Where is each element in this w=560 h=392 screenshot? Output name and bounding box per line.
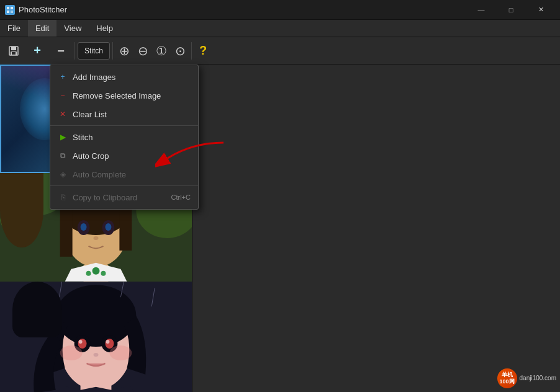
window-controls: — □ ✕ bbox=[467, 0, 555, 20]
clear-list-label: Clear List bbox=[73, 110, 107, 119]
title-bar-left: PhotoStitcher bbox=[5, 5, 67, 15]
svg-rect-1 bbox=[11, 7, 13, 9]
auto-crop-label: Auto Crop bbox=[73, 151, 109, 161]
watermark-url: danji100.com bbox=[520, 374, 556, 383]
svg-point-35 bbox=[106, 340, 109, 344]
svg-point-20 bbox=[94, 236, 99, 240]
menu-copy-clipboard[interactable]: ⎘ Copy to Clipboard Ctrl+C bbox=[50, 188, 198, 207]
add-images-label: Add Images bbox=[73, 73, 115, 82]
svg-point-29 bbox=[56, 285, 137, 347]
zoom-in-button[interactable]: ⊕ bbox=[115, 42, 133, 60]
stitch-button[interactable]: Stitch bbox=[78, 42, 110, 60]
menu-item-left: ▶ Stitch bbox=[58, 132, 93, 142]
toolbar: + − Stitch ⊕ ⊖ ① ⊙ ? bbox=[0, 37, 560, 65]
menu-view[interactable]: View bbox=[56, 20, 89, 37]
menu-item-left: ◈ Auto Complete bbox=[58, 169, 126, 179]
menu-edit[interactable]: Edit bbox=[28, 20, 56, 37]
svg-point-19 bbox=[105, 223, 111, 231]
help-button[interactable]: ? bbox=[194, 42, 212, 60]
add-icon: + bbox=[58, 72, 68, 82]
menu-remove-selected[interactable]: − Remove Selected Image bbox=[50, 86, 198, 105]
svg-point-34 bbox=[79, 340, 83, 344]
edit-dropdown-menu: + Add Images − Remove Selected Image ✕ C… bbox=[50, 65, 199, 210]
svg-rect-2 bbox=[7, 11, 9, 13]
menu-item-left: + Add Images bbox=[58, 72, 115, 82]
svg-point-33 bbox=[105, 339, 114, 349]
image-thumbnail bbox=[0, 282, 192, 392]
toolbar-separator-2 bbox=[112, 42, 113, 60]
close-button[interactable]: ✕ bbox=[526, 0, 555, 20]
svg-point-23 bbox=[86, 271, 91, 276]
minimize-button[interactable]: — bbox=[467, 0, 495, 20]
svg-point-18 bbox=[81, 223, 87, 231]
clear-icon: ✕ bbox=[58, 109, 68, 119]
svg-rect-14 bbox=[60, 207, 73, 257]
svg-rect-15 bbox=[119, 207, 132, 251]
svg-point-36 bbox=[94, 353, 99, 357]
image-item[interactable] bbox=[0, 282, 192, 392]
svg-point-32 bbox=[78, 339, 87, 349]
save-button[interactable] bbox=[2, 40, 25, 62]
svg-point-38 bbox=[109, 345, 132, 360]
svg-point-37 bbox=[60, 345, 83, 360]
auto-complete-label: Auto Complete bbox=[73, 170, 126, 179]
menu-auto-crop[interactable]: ⧉ Auto Crop bbox=[50, 146, 198, 165]
canvas-panel bbox=[192, 65, 560, 392]
menu-separator bbox=[50, 125, 198, 126]
menu-item-left: − Remove Selected Image bbox=[58, 91, 161, 100]
menu-bar: File Edit View Help bbox=[0, 20, 560, 37]
stitch-label: Stitch bbox=[73, 133, 93, 142]
menu-item-left: ⎘ Copy to Clipboard bbox=[58, 192, 137, 202]
toolbar-separator bbox=[75, 42, 75, 60]
menu-stitch[interactable]: ▶ Stitch bbox=[50, 128, 198, 146]
auto-complete-icon: ◈ bbox=[58, 169, 68, 179]
svg-point-26 bbox=[0, 206, 40, 239]
watermark-logo: 单机100网 bbox=[497, 368, 517, 388]
stitch-icon: ▶ bbox=[58, 132, 68, 142]
menu-clear-list[interactable]: ✕ Clear List bbox=[50, 105, 198, 123]
title-bar: PhotoStitcher — □ ✕ bbox=[0, 0, 560, 20]
zoom-out-button[interactable]: ⊖ bbox=[134, 42, 151, 60]
svg-point-22 bbox=[93, 267, 100, 275]
svg-rect-7 bbox=[12, 52, 16, 55]
copy-shortcut: Ctrl+C bbox=[171, 194, 191, 201]
watermark: 单机100网 danji100.com bbox=[497, 368, 556, 388]
zoom-reset-button[interactable]: ① bbox=[153, 42, 170, 60]
remove-selected-label: Remove Selected Image bbox=[73, 91, 161, 100]
auto-crop-icon: ⧉ bbox=[58, 151, 68, 161]
menu-add-images[interactable]: + Add Images bbox=[50, 68, 198, 86]
menu-separator-2 bbox=[50, 185, 198, 186]
menu-help[interactable]: Help bbox=[89, 20, 120, 37]
app-icon bbox=[5, 5, 15, 15]
svg-rect-3 bbox=[11, 11, 13, 13]
zoom-fit-button[interactable]: ⊙ bbox=[171, 42, 189, 60]
svg-rect-5 bbox=[11, 47, 16, 50]
toolbar-separator-3 bbox=[191, 42, 192, 60]
svg-point-24 bbox=[101, 271, 106, 276]
remove-icon: − bbox=[58, 91, 68, 100]
watermark-circle-text: 单机100网 bbox=[500, 372, 515, 385]
menu-auto-complete[interactable]: ◈ Auto Complete bbox=[50, 165, 198, 184]
menu-item-left: ⧉ Auto Crop bbox=[58, 151, 109, 161]
add-image-button[interactable]: + bbox=[26, 40, 48, 62]
copy-clipboard-label: Copy to Clipboard bbox=[73, 193, 137, 202]
remove-image-button[interactable]: − bbox=[50, 40, 72, 62]
copy-icon: ⎘ bbox=[58, 192, 68, 202]
svg-rect-0 bbox=[7, 7, 9, 9]
menu-item-left: ✕ Clear List bbox=[58, 109, 107, 119]
app-title: PhotoStitcher bbox=[19, 5, 67, 14]
maximize-button[interactable]: □ bbox=[497, 0, 525, 20]
menu-file[interactable]: File bbox=[0, 20, 28, 37]
